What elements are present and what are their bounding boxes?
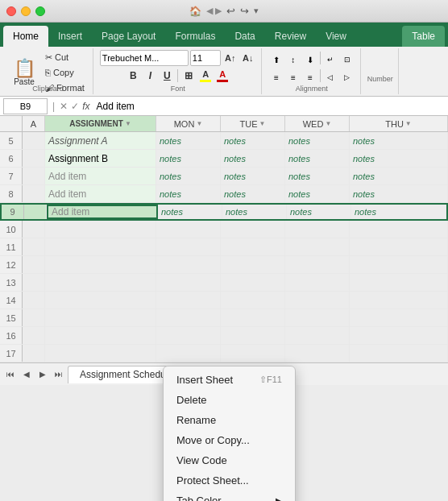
col-header-mon[interactable]: MON ▼ [156, 116, 221, 131]
bold-button[interactable]: B [125, 68, 141, 84]
tab-page-layout[interactable]: Page Layout [92, 26, 165, 47]
tab-insert[interactable]: Insert [48, 26, 92, 47]
cell-reference-input[interactable] [3, 98, 48, 114]
cell-5-a[interactable] [23, 132, 45, 149]
cell-8-tue[interactable]: notes [221, 185, 285, 202]
align-left-button[interactable]: ≡ [268, 69, 284, 85]
row-number: 12 [0, 256, 23, 273]
cut-button[interactable]: ✂ Cut [42, 50, 88, 64]
cell-8-mon[interactable]: notes [156, 185, 221, 202]
table-row: 11 [0, 238, 448, 256]
back-icon[interactable]: ◀ [206, 6, 213, 16]
underline-button[interactable]: U [159, 68, 175, 84]
close-button[interactable] [6, 6, 16, 16]
table-row: 6 Assignment B notes notes notes notes [0, 150, 448, 168]
cell-7-thu[interactable]: notes [350, 168, 448, 184]
align-bottom-button[interactable]: ⬇ [302, 52, 318, 68]
cell-9-a[interactable] [24, 205, 47, 219]
col-header-assignment[interactable]: ASSIGNMENT ▼ [45, 116, 156, 131]
tab-home[interactable]: Home [3, 26, 48, 47]
cell-6-mon[interactable]: notes [156, 150, 221, 167]
font-size-input[interactable] [190, 50, 221, 66]
copy-button[interactable]: ⎘ Copy [42, 65, 88, 80]
cell-6-tue[interactable]: notes [221, 150, 285, 167]
sheet-nav-prev[interactable]: ◀ [19, 367, 34, 382]
sheet-nav-last[interactable]: ⏭ [52, 367, 66, 382]
sheet-nav-first[interactable]: ⏮ [3, 367, 18, 382]
align-center-button[interactable]: ≡ [285, 69, 301, 85]
minimize-button[interactable] [21, 6, 31, 16]
cell-5-thu[interactable]: notes [350, 132, 448, 149]
tab-data[interactable]: Data [225, 26, 264, 47]
cell-9-mon[interactable]: notes [158, 205, 222, 219]
cell-7-tue[interactable]: notes [221, 168, 285, 184]
ctx-tab-color[interactable]: Tab Color ▶ [164, 491, 295, 501]
ctx-protect-sheet[interactable]: Protect Sheet... [164, 470, 295, 491]
col-header-wed[interactable]: WED ▼ [285, 116, 350, 131]
italic-button[interactable]: I [142, 68, 158, 84]
ctx-delete[interactable]: Delete [164, 390, 295, 410]
filter-icon-mon[interactable]: ▼ [196, 120, 202, 127]
cell-6-a[interactable] [23, 150, 45, 167]
cell-8-wed[interactable]: notes [285, 185, 350, 202]
forward-icon[interactable]: ▶ [215, 6, 222, 16]
tab-review[interactable]: Review [265, 26, 316, 47]
cell-6-assignment[interactable]: Assignment B [45, 150, 156, 167]
merge-button[interactable]: ⊡ [339, 52, 355, 68]
cell-9-assignment[interactable]: Add item [47, 205, 158, 219]
filter-icon-thu[interactable]: ▼ [405, 120, 412, 127]
cell-8-a[interactable] [23, 185, 45, 202]
align-top-button[interactable]: ⬆ [268, 52, 284, 68]
col-header-thu[interactable]: THU ▼ [350, 116, 448, 131]
filter-icon-wed[interactable]: ▼ [325, 120, 331, 127]
wrap-text-button[interactable]: ↵ [322, 52, 338, 68]
cell-7-assignment[interactable]: Add item [45, 168, 156, 184]
tab-view[interactable]: View [316, 26, 356, 47]
cell-9-tue[interactable]: notes [222, 205, 287, 219]
cell-6-wed[interactable]: notes [285, 150, 350, 167]
font-color-button[interactable]: A [214, 68, 230, 84]
border-button[interactable]: ⊞ [180, 68, 197, 84]
cell-8-thu[interactable]: notes [350, 185, 448, 202]
cell-8-assignment[interactable]: Add item [45, 185, 156, 202]
filter-icon-assignment[interactable]: ▼ [125, 120, 131, 127]
increase-indent-button[interactable]: ▷ [339, 69, 355, 85]
cell-7-a[interactable] [23, 168, 45, 184]
cell-9-thu[interactable]: notes [351, 205, 446, 219]
cell-5-assignment[interactable]: Assignment A [45, 132, 156, 149]
tab-formulas[interactable]: Formulas [165, 26, 225, 47]
font-shrink-button[interactable]: A↓ [240, 50, 256, 66]
quick-access-icon[interactable]: ▾ [254, 6, 259, 16]
cancel-formula-button[interactable]: ✕ [60, 101, 68, 112]
font-name-input[interactable] [100, 50, 189, 66]
undo-icon[interactable]: ↩ [226, 5, 235, 17]
maximize-button[interactable] [35, 6, 45, 16]
col-header-tue[interactable]: TUE ▼ [221, 116, 285, 131]
col-header-a[interactable]: A [23, 116, 45, 131]
font-grow-button[interactable]: A↑ [222, 50, 239, 66]
align-middle-button[interactable]: ↕ [285, 52, 301, 68]
ctx-view-code[interactable]: View Code [164, 450, 295, 470]
ctx-insert-sheet[interactable]: Insert Sheet ⇧F11 [164, 370, 295, 390]
cell-7-wed[interactable]: notes [285, 168, 350, 184]
sheet-nav-next[interactable]: ▶ [35, 367, 50, 382]
cell-5-mon[interactable]: notes [156, 132, 221, 149]
cell-9-wed[interactable]: notes [287, 205, 351, 219]
cell-5-wed[interactable]: notes [285, 132, 350, 149]
fill-color-button[interactable]: A [197, 68, 214, 84]
formula-input[interactable] [96, 98, 445, 114]
tab-table[interactable]: Table [402, 26, 445, 47]
filter-icon-tue[interactable]: ▼ [259, 120, 266, 127]
scissors-icon: ✂ [45, 52, 52, 63]
cell-7-mon[interactable]: notes [156, 168, 221, 184]
decrease-indent-button[interactable]: ◁ [322, 69, 338, 85]
row-number: 8 [0, 185, 23, 202]
ctx-move-copy[interactable]: Move or Copy... [164, 430, 295, 450]
ctx-rename[interactable]: Rename [164, 410, 295, 430]
cell-6-thu[interactable]: notes [350, 150, 448, 167]
redo-icon[interactable]: ↪ [240, 5, 249, 17]
insert-function-button[interactable]: fx [82, 101, 89, 112]
confirm-formula-button[interactable]: ✓ [71, 101, 79, 112]
cell-5-tue[interactable]: notes [221, 132, 285, 149]
align-right-button[interactable]: ≡ [302, 69, 318, 85]
